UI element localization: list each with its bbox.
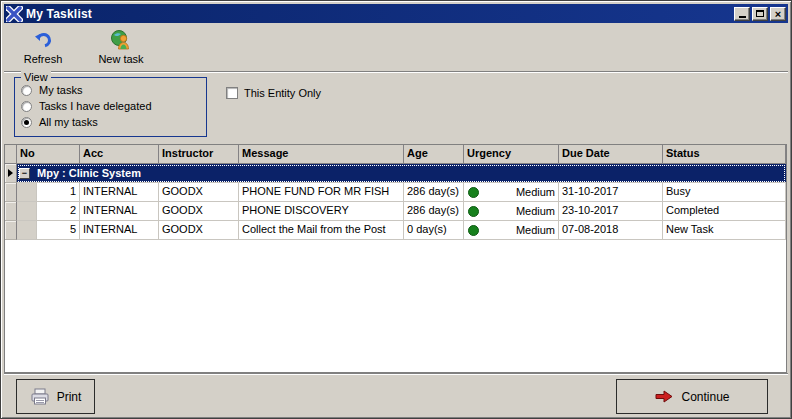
urgency-dot-icon <box>468 206 479 217</box>
maximize-icon <box>756 10 764 17</box>
urgency-dot-icon <box>468 187 479 198</box>
cell-message: PHONE DISCOVERY <box>239 202 404 221</box>
toolbar: Refresh New task <box>4 23 788 72</box>
continue-button[interactable]: Continue <box>616 379 768 414</box>
cell-instructor: GOODX <box>159 183 239 202</box>
cell-message: PHONE FUND FOR MR FISH <box>239 183 404 202</box>
print-label: Print <box>57 390 82 404</box>
task-row-1[interactable]: 1 INTERNAL GOODX PHONE FUND FOR MR FISH … <box>5 183 786 202</box>
radio-all-my-tasks[interactable]: All my tasks <box>21 114 200 130</box>
view-group: View My tasks Tasks I have delegated All… <box>14 77 207 137</box>
cell-no: 5 <box>37 221 80 240</box>
my-tasklist-window: My Tasklist × Refresh <box>0 0 792 419</box>
urgency-label: Medium <box>516 184 555 201</box>
group-row-clinic-system[interactable]: − Mpy : Clinic System <box>5 164 786 183</box>
cell-age: 0 day(s) <box>404 221 464 240</box>
cell-urgency: Medium <box>464 221 559 240</box>
radio-tasks-delegated-label: Tasks I have delegated <box>39 100 152 112</box>
group-indent-cell <box>17 183 37 202</box>
group-indent-cell <box>17 221 37 240</box>
column-header-acc[interactable]: Acc <box>80 145 159 164</box>
print-button[interactable]: Print <box>16 379 95 414</box>
this-entity-only-label: This Entity Only <box>244 87 321 99</box>
column-header-age[interactable]: Age <box>404 145 464 164</box>
cell-instructor: GOODX <box>159 202 239 221</box>
continue-arrow-icon <box>654 390 674 403</box>
new-task-label: New task <box>98 53 143 65</box>
cell-no: 2 <box>37 202 80 221</box>
radio-my-tasks[interactable]: My tasks <box>21 82 200 98</box>
column-header-due-date[interactable]: Due Date <box>559 145 663 164</box>
urgency-label: Medium <box>516 222 555 239</box>
radio-all-my-tasks-label: All my tasks <box>39 116 98 128</box>
checkbox-icon <box>226 87 238 99</box>
continue-label: Continue <box>681 390 729 404</box>
collapse-group-icon[interactable]: − <box>19 168 30 179</box>
header-selector-stub <box>5 145 17 164</box>
task-row-2[interactable]: 2 INTERNAL GOODX PHONE DISCOVERY 286 day… <box>5 202 786 221</box>
task-grid: No Acc Instructor Message Age Urgency Du… <box>4 144 787 373</box>
this-entity-only-checkbox[interactable]: This Entity Only <box>226 87 321 99</box>
radio-tasks-delegated[interactable]: Tasks I have delegated <box>21 98 200 114</box>
cell-acc: INTERNAL <box>80 183 159 202</box>
cell-age: 286 day(s) <box>404 183 464 202</box>
refresh-label: Refresh <box>24 53 63 65</box>
urgency-dot-icon <box>468 225 479 236</box>
refresh-button[interactable]: Refresh <box>16 27 70 67</box>
cell-status: Completed <box>663 202 786 221</box>
column-header-message[interactable]: Message <box>239 145 404 164</box>
cell-status: New Task <box>663 221 786 240</box>
task-row-3[interactable]: 5 INTERNAL GOODX Collect the Mail from t… <box>5 221 786 240</box>
column-header-no[interactable]: No <box>17 145 80 164</box>
column-header-urgency[interactable]: Urgency <box>464 145 559 164</box>
radio-selected-icon <box>21 117 32 128</box>
cell-message: Collect the Mail from the Post <box>239 221 404 240</box>
row-selector-cell <box>5 164 17 183</box>
window-title: My Tasklist <box>26 7 734 21</box>
urgency-label: Medium <box>516 203 555 220</box>
row-selector-cell[interactable] <box>5 202 17 221</box>
group-row-label: Mpy : Clinic System <box>37 167 141 179</box>
new-task-icon <box>110 29 132 51</box>
cell-urgency: Medium <box>464 183 559 202</box>
cell-due-date: 07-08-2018 <box>559 221 663 240</box>
column-header-instructor[interactable]: Instructor <box>159 145 239 164</box>
footer: Print Continue <box>4 373 788 417</box>
close-icon: × <box>775 9 781 19</box>
cell-due-date: 23-10-2017 <box>559 202 663 221</box>
radio-icon <box>21 85 32 96</box>
grid-header-row: No Acc Instructor Message Age Urgency Du… <box>5 145 786 164</box>
minimize-icon <box>739 11 746 18</box>
cell-instructor: GOODX <box>159 221 239 240</box>
minimize-button[interactable] <box>734 7 750 21</box>
new-task-button[interactable]: New task <box>94 27 148 67</box>
app-logo-icon <box>6 6 23 22</box>
group-band[interactable]: − Mpy : Clinic System <box>17 164 786 183</box>
cell-urgency: Medium <box>464 202 559 221</box>
row-selector-cell[interactable] <box>5 183 17 202</box>
titlebar: My Tasklist × <box>4 4 788 23</box>
cell-no: 1 <box>37 183 80 202</box>
current-row-arrow-icon <box>8 169 13 177</box>
radio-my-tasks-label: My tasks <box>39 84 82 96</box>
cell-due-date: 31-10-2017 <box>559 183 663 202</box>
cell-acc: INTERNAL <box>80 202 159 221</box>
maximize-button[interactable] <box>752 7 768 21</box>
column-header-status[interactable]: Status <box>663 145 786 164</box>
group-indent-cell <box>17 202 37 221</box>
view-band: View My tasks Tasks I have delegated All… <box>4 73 788 143</box>
view-group-legend: View <box>21 71 51 83</box>
close-button[interactable]: × <box>770 7 786 21</box>
radio-icon <box>21 101 32 112</box>
print-icon <box>30 388 50 406</box>
refresh-icon <box>32 29 54 51</box>
row-selector-cell[interactable] <box>5 221 17 240</box>
cell-acc: INTERNAL <box>80 221 159 240</box>
cell-age: 286 day(s) <box>404 202 464 221</box>
cell-status: Busy <box>663 183 786 202</box>
